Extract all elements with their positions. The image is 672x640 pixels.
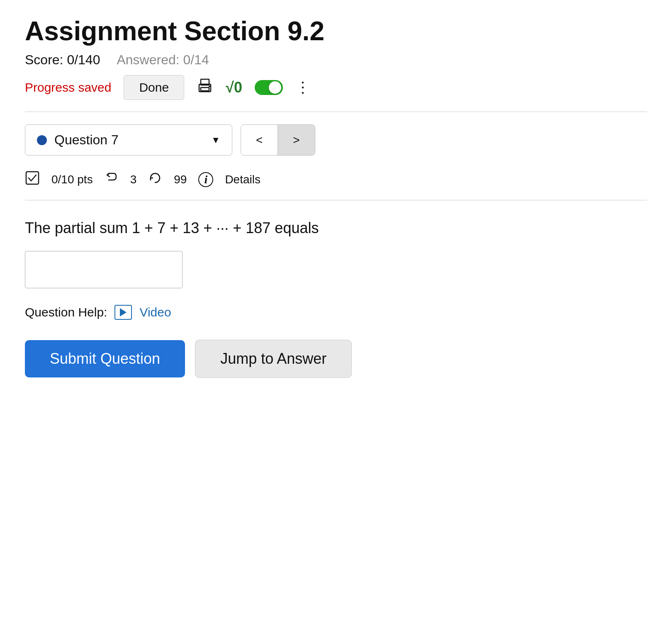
math-mode-icon: √0 <box>226 79 242 96</box>
question-text: The partial sum 1 + 7 + 13 + ··· + 187 e… <box>25 217 647 239</box>
play-triangle <box>120 308 127 316</box>
page-title: Assignment Section 9.2 <box>25 17 647 46</box>
more-menu-icon[interactable]: ⋮ <box>295 79 311 96</box>
info-icon[interactable]: i <box>198 172 213 187</box>
prev-question-button[interactable]: < <box>241 125 278 155</box>
question-help-label: Question Help: <box>25 305 107 319</box>
details-link[interactable]: Details <box>225 173 261 186</box>
svg-rect-2 <box>201 88 209 91</box>
svg-rect-4 <box>26 172 39 184</box>
video-icon[interactable] <box>114 305 132 320</box>
refresh-icon <box>148 171 162 188</box>
refresh-count: 99 <box>174 173 187 186</box>
checkbox-icon <box>25 170 40 188</box>
question-label: Question 7 <box>54 132 204 148</box>
question-divider <box>25 200 647 200</box>
toolbar-row: Progress saved Done √0 ⋮ <box>25 75 647 100</box>
print-icon[interactable] <box>197 78 213 98</box>
question-help-row: Question Help: Video <box>25 305 647 320</box>
question-dot <box>37 135 47 145</box>
answer-input[interactable] <box>25 251 183 288</box>
points-text: 0/10 pts <box>51 173 93 186</box>
points-row: 0/10 pts 3 99 i Details <box>25 170 647 188</box>
jump-to-answer-button[interactable]: Jump to Answer <box>195 340 352 378</box>
undo-icon <box>105 171 119 188</box>
score-label: Score: 0/140 <box>25 52 100 68</box>
score-row: Score: 0/140 Answered: 0/14 <box>25 52 647 68</box>
submit-question-button[interactable]: Submit Question <box>25 340 185 377</box>
answered-label: Answered: 0/14 <box>117 52 209 68</box>
dropdown-arrow-icon: ▼ <box>211 135 220 146</box>
toggle-knob <box>269 81 281 94</box>
question-dropdown[interactable]: Question 7 ▼ <box>25 124 232 156</box>
next-question-button[interactable]: > <box>278 125 314 155</box>
svg-point-3 <box>209 85 210 87</box>
math-toggle[interactable] <box>255 80 283 95</box>
action-buttons-row: Submit Question Jump to Answer <box>25 340 647 378</box>
question-selector-row: Question 7 ▼ < > <box>25 124 647 156</box>
video-link[interactable]: Video <box>139 305 171 319</box>
toolbar-divider <box>25 112 647 112</box>
done-button[interactable]: Done <box>124 75 184 100</box>
question-nav-buttons: < > <box>241 124 315 156</box>
progress-saved-text: Progress saved <box>25 80 111 95</box>
undo-count: 3 <box>130 173 137 186</box>
